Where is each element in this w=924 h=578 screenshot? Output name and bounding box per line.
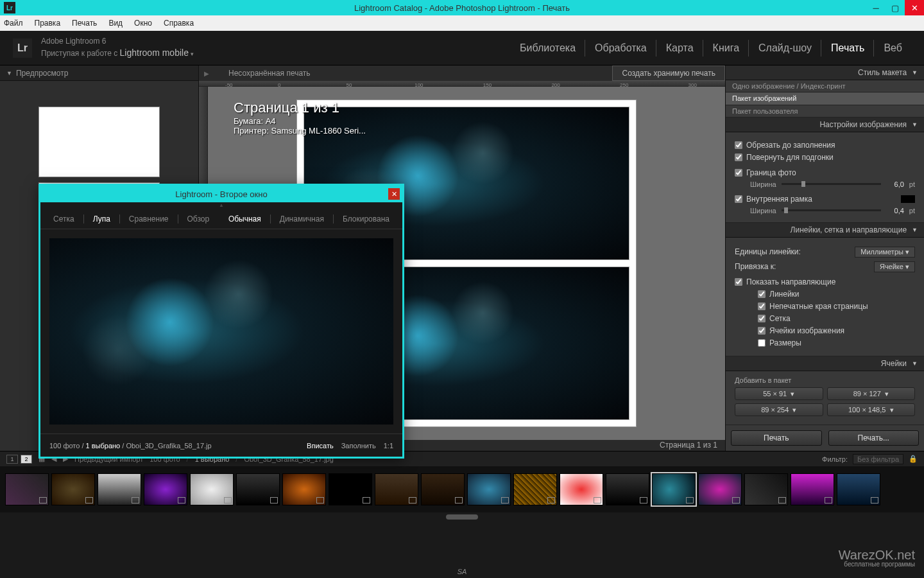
monitor-toggle: 1 2 [6, 455, 32, 464]
center-toolbar: ▶ Несохранённая печать Создать хранимую … [199, 66, 725, 81]
module-print[interactable]: Печать [822, 40, 874, 57]
guide-dimensions-checkbox[interactable]: Размеры [758, 338, 915, 347]
preview-panel-header[interactable]: ▼ Предпросмотр [0, 66, 198, 81]
monitor-1-button[interactable]: 1 [6, 455, 18, 464]
snap-select[interactable]: Ячейке ▾ [874, 261, 915, 272]
secondary-image[interactable] [49, 238, 393, 425]
rulers-grid-guides-header[interactable]: Линейки, сетка и направляющие▼ [726, 223, 924, 238]
filmstrip-thumbnail[interactable] [5, 473, 49, 505]
module-slideshow[interactable]: Слайд-шоу [749, 40, 821, 57]
layout-style-header[interactable]: Стиль макета▼ [726, 66, 924, 80]
mobile-link[interactable]: Lightroom mobile [120, 48, 189, 58]
filter-lock-icon[interactable]: 🔒 [909, 455, 918, 463]
cell-size-button[interactable]: 100 × 148,5 ▾ [827, 403, 916, 416]
preview-thumbnail[interactable] [38, 107, 160, 177]
chevron-right-icon[interactable]: ▶ [204, 70, 209, 77]
filmstrip-thumbnail[interactable] [744, 473, 788, 505]
zoom-1to1[interactable]: 1:1 [384, 442, 393, 450]
tab-grid[interactable]: Сетка [47, 212, 81, 226]
close-button[interactable]: ✕ [905, 0, 924, 15]
print-buttons-row: Печать Печать... [726, 425, 924, 451]
footer-text: SA [458, 568, 467, 575]
module-book[interactable]: Книга [704, 40, 749, 57]
logo: Lr [13, 39, 32, 58]
preview-label: Предпросмотр [16, 69, 68, 78]
menu-view[interactable]: Вид [108, 19, 123, 28]
zoom-fit[interactable]: Вписать [307, 442, 334, 450]
layout-style-package[interactable]: Пакет изображений [726, 92, 924, 105]
create-saved-print-button[interactable]: Создать хранимую печать [612, 66, 725, 81]
image-settings-body: Обрезать до заполнения Повернуть для под… [726, 132, 924, 223]
filmstrip-thumbnail[interactable] [652, 473, 696, 505]
minimize-button[interactable]: ─ [866, 0, 886, 15]
menu-help[interactable]: Справка [164, 19, 194, 28]
monitor-2-button[interactable]: 2 [21, 455, 32, 464]
tab-live[interactable]: Динамичная [273, 212, 330, 226]
layout-style-single[interactable]: Одно изображение / Индекс-принт [726, 80, 924, 92]
panel-collapse-icon[interactable]: ▲ [40, 202, 402, 209]
filmstrip-thumbnail[interactable] [236, 473, 280, 505]
crop-to-fill-checkbox[interactable]: Обрезать до заполнения [735, 141, 915, 150]
menu-file[interactable]: Файл [4, 19, 23, 28]
module-map[interactable]: Карта [657, 40, 703, 57]
inner-width-slider[interactable]: Ширина 0,4 pt [750, 207, 915, 215]
layout-style-custom[interactable]: Пакет пользователя [726, 105, 924, 118]
filmstrip-thumbnail[interactable] [421, 473, 465, 505]
filmstrip-thumbnail[interactable] [51, 473, 95, 505]
image-settings-header[interactable]: Настройки изображения▼ [726, 118, 924, 132]
guide-grid-checkbox[interactable]: Сетка [758, 314, 915, 323]
cell-size-button[interactable]: 89 × 127 ▾ [827, 387, 916, 400]
tab-normal[interactable]: Обычная [222, 212, 268, 226]
border-width-slider[interactable]: Ширина 6,0 pt [750, 180, 915, 188]
module-library[interactable]: Библиотека [511, 40, 585, 57]
tab-survey[interactable]: Обзор [181, 212, 216, 226]
filmstrip-thumbnail[interactable] [513, 473, 557, 505]
tab-loupe[interactable]: Лупа [87, 212, 117, 226]
guide-nonprint-checkbox[interactable]: Непечатные края страницы [758, 302, 915, 311]
module-web[interactable]: Веб [875, 40, 911, 57]
tab-compare[interactable]: Сравнение [123, 212, 175, 226]
tab-locked[interactable]: Блокирована [336, 212, 396, 226]
filmstrip-thumbnail[interactable] [467, 473, 511, 505]
filmstrip-thumbnail[interactable] [606, 473, 649, 505]
filmstrip-thumbnail[interactable] [791, 473, 834, 505]
disclosure-triangle-icon: ▼ [912, 121, 918, 128]
filmstrip-thumbnail[interactable] [329, 473, 372, 505]
header: Lr Adobe Lightroom 6 Приступая к работе … [0, 31, 924, 66]
filmstrip-scrollbar[interactable] [0, 512, 924, 521]
unsaved-print-label: Несохранённая печать [209, 69, 311, 78]
filmstrip-thumbnail[interactable] [98, 473, 141, 505]
add-to-package-label: Добавить в пакет [735, 376, 915, 384]
inner-frame-checkbox[interactable]: Внутренняя рамка [735, 195, 915, 204]
filmstrip-thumbnail[interactable] [837, 473, 880, 505]
secondary-close-button[interactable]: ✕ [388, 188, 400, 200]
filmstrip-thumbnail[interactable] [560, 473, 603, 505]
cell-size-button[interactable]: 89 × 254 ▾ [735, 403, 823, 416]
secondary-window-titlebar[interactable]: Lightroom - Второе окно ✕ [40, 186, 402, 202]
menu-edit[interactable]: Правка [35, 19, 61, 28]
filmstrip-thumbnail[interactable] [190, 473, 234, 505]
filmstrip-thumbnail[interactable] [144, 473, 187, 505]
cells-header[interactable]: Ячейки▼ [726, 356, 924, 371]
guide-rulers-checkbox[interactable]: Линейки [758, 290, 915, 299]
photo-border-checkbox[interactable]: Граница фото [735, 168, 915, 177]
filmstrip-thumbnail[interactable] [698, 473, 742, 505]
filmstrip[interactable] [0, 466, 924, 512]
chevron-down-icon[interactable]: ▾ [191, 51, 194, 57]
menu-print[interactable]: Печать [72, 19, 97, 28]
filter-dropdown[interactable]: Без фильтра [853, 454, 903, 464]
print-button[interactable]: Печать [731, 430, 822, 446]
secondary-body [40, 229, 402, 434]
show-guides-checkbox[interactable]: Показать направляющие [735, 277, 915, 286]
menu-window[interactable]: Окно [134, 19, 152, 28]
rotate-to-fit-checkbox[interactable]: Повернуть для подгонки [735, 153, 915, 162]
print-dialog-button[interactable]: Печать... [828, 430, 920, 446]
cell-size-button[interactable]: 55 × 91 ▾ [735, 387, 823, 400]
ruler-units-select[interactable]: Миллиметры ▾ [855, 247, 915, 258]
filmstrip-thumbnail[interactable] [282, 473, 326, 505]
maximize-button[interactable]: ▢ [886, 0, 905, 15]
module-develop[interactable]: Обработка [586, 40, 656, 57]
zoom-fill[interactable]: Заполнить [341, 442, 376, 450]
guide-cells-checkbox[interactable]: Ячейки изображения [758, 326, 915, 335]
filmstrip-thumbnail[interactable] [375, 473, 418, 505]
